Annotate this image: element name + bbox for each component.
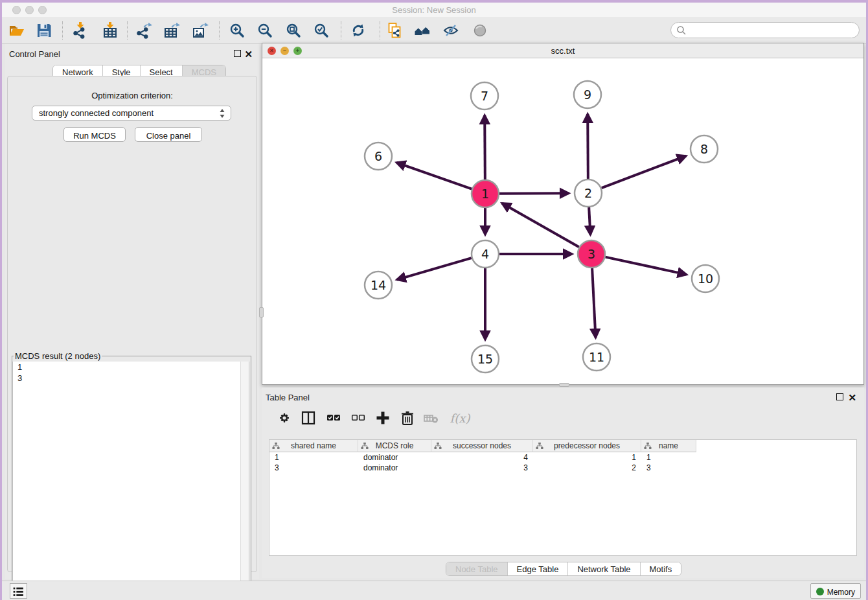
column-header-shared-name[interactable]: shared name	[269, 440, 358, 452]
export-table-button[interactable]	[163, 21, 181, 40]
column-header-MCDS-role[interactable]: MCDS role	[358, 440, 431, 452]
zoom-fit-button[interactable]	[284, 21, 303, 40]
function-builder-button[interactable]: f(x)	[447, 408, 473, 428]
mcds-tab-content: Optimization criterion: strongly connect…	[7, 76, 257, 572]
column-header-label: predecessor nodes	[554, 441, 620, 450]
import-table-button[interactable]	[101, 21, 119, 40]
split-table-button[interactable]	[300, 408, 319, 428]
edge-1-7[interactable]	[485, 115, 485, 179]
memory-button[interactable]: Memory	[810, 583, 861, 599]
open-file-button[interactable]	[8, 21, 26, 40]
edge-2-9[interactable]	[588, 114, 588, 179]
edge-1-6[interactable]	[396, 163, 472, 189]
graph-node-label: 1	[481, 187, 489, 201]
column-header-predecessor-nodes[interactable]: predecessor nodes	[533, 440, 641, 452]
close-panel-icon[interactable]: ✕	[244, 51, 253, 58]
graph-node-label: 8	[700, 142, 708, 156]
delete-table-button[interactable]	[422, 408, 442, 428]
network-canvas[interactable]: 7968124314101511	[262, 58, 863, 384]
close-panel-button[interactable]: Close panel	[135, 127, 202, 142]
settings-gear-icon	[276, 410, 293, 426]
apply-layout-button[interactable]	[349, 21, 367, 40]
table-settings-button[interactable]	[276, 408, 295, 428]
table-cell[interactable]: 3	[431, 463, 533, 473]
graph-node-label: 9	[584, 87, 591, 102]
result-scrollbar[interactable]	[240, 362, 249, 594]
network-view-window: × − + scc.txt 7968124314101511	[262, 43, 864, 385]
node-table[interactable]: shared nameMCDS rolesuccessor nodesprede…	[269, 439, 857, 556]
mcds-result-box: MCDS result (2 nodes) 13	[12, 351, 251, 597]
memory-label: Memory	[827, 588, 855, 597]
add-column-button[interactable]	[374, 408, 394, 428]
edge-2-3[interactable]	[589, 207, 590, 235]
table-panel-tabs: Node TableEdge TableNetwork TableMotifs	[446, 562, 681, 576]
float-panel-icon[interactable]	[234, 50, 241, 57]
titlebar: Session: New Session	[2, 3, 866, 18]
column-header-label: successor nodes	[453, 441, 511, 450]
tab-edge-table[interactable]: Edge Table	[508, 562, 569, 575]
add-column-icon	[374, 410, 391, 426]
table-cell[interactable]: 4	[431, 452, 533, 463]
save-session-button[interactable]	[35, 21, 53, 40]
column-header-name[interactable]: name	[641, 440, 696, 452]
graph-node-label: 7	[481, 89, 488, 103]
column-hierarchy-icon	[272, 442, 280, 450]
edge-4-14[interactable]	[397, 258, 472, 279]
table-cell[interactable]: 1	[641, 452, 696, 463]
edge-1-2[interactable]	[499, 193, 569, 194]
list-icon	[12, 585, 25, 599]
table-row[interactable]: 3dominator323	[269, 463, 856, 473]
search-input[interactable]	[689, 24, 851, 36]
table-row[interactable]: 1dominator411	[269, 452, 856, 463]
edge-3-11[interactable]	[592, 268, 595, 338]
table-cell[interactable]: 3	[641, 463, 696, 473]
function-builder-icon: f(x)	[450, 411, 470, 425]
open-file-icon	[8, 22, 25, 39]
hide-selected-button[interactable]	[442, 21, 460, 40]
search-field[interactable]	[670, 22, 860, 38]
delete-column-button[interactable]	[399, 408, 418, 428]
toolbar-separator	[380, 21, 380, 40]
export-network-icon	[135, 22, 152, 39]
tab-node-table[interactable]: Node Table	[446, 562, 508, 575]
table-cell[interactable]: dominator	[358, 463, 431, 473]
network-window-titlebar[interactable]: × − + scc.txt	[262, 43, 863, 58]
table-cell[interactable]: 1	[269, 452, 358, 463]
zoom-out-button[interactable]	[256, 21, 274, 40]
network-from-selection-button[interactable]	[385, 21, 404, 40]
show-all-button[interactable]	[471, 21, 489, 40]
zoom-selected-button[interactable]	[312, 21, 330, 40]
export-network-button[interactable]	[135, 21, 153, 40]
tab-network-table[interactable]: Network Table	[568, 562, 640, 575]
first-neighbors-button[interactable]	[413, 21, 431, 40]
export-image-button[interactable]	[191, 21, 209, 40]
dropdown-value: strongly connected component	[39, 108, 154, 118]
table-cell[interactable]: 1	[533, 452, 641, 463]
float-table-panel-icon[interactable]	[836, 393, 843, 400]
zoom-in-button[interactable]	[228, 21, 246, 40]
mcds-result-list: 13	[12, 362, 249, 595]
import-network-button[interactable]	[71, 21, 89, 40]
graph-node-label: 6	[374, 149, 382, 163]
deselect-all-button[interactable]	[350, 408, 369, 428]
close-table-panel-icon[interactable]: ✕	[848, 394, 856, 401]
table-cell[interactable]: 2	[533, 463, 641, 473]
column-header-successor-nodes[interactable]: successor nodes	[431, 440, 533, 452]
horizontal-splitter-grip[interactable]	[559, 383, 569, 387]
edge-3-10[interactable]	[606, 257, 687, 275]
toolbar-separator	[62, 21, 63, 40]
task-history-button[interactable]	[10, 583, 27, 599]
edge-2-8[interactable]	[602, 156, 686, 189]
trash-icon	[399, 410, 416, 426]
tab-motifs[interactable]: Motifs	[641, 562, 681, 575]
vertical-splitter-grip[interactable]	[259, 307, 264, 317]
edge-3-1[interactable]	[502, 203, 579, 247]
optimization-criterion-dropdown[interactable]: strongly connected component	[32, 106, 231, 121]
select-all-button[interactable]	[325, 408, 345, 428]
table-toolbar: f(x)	[267, 403, 859, 432]
table-cell[interactable]: 3	[269, 463, 358, 473]
zoom-out-icon	[257, 22, 273, 39]
table-cell[interactable]: dominator	[358, 452, 431, 463]
graph-node-label: 14	[371, 278, 386, 292]
run-mcds-button[interactable]: Run MCDS	[63, 127, 126, 142]
